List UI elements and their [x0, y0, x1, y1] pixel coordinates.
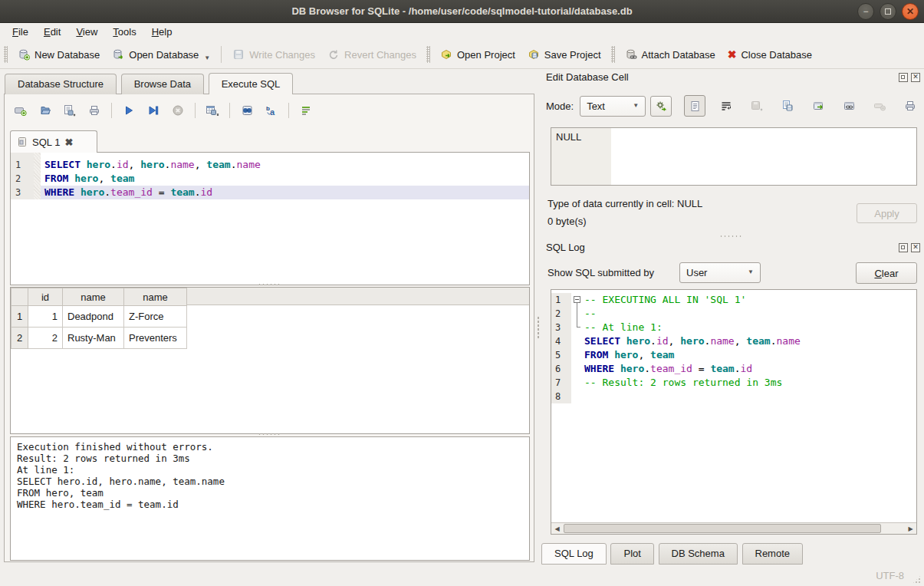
word-wrap-icon [720, 100, 732, 112]
sql-file-tab[interactable]: SQL 1 ✖ [10, 130, 97, 153]
save-project-button[interactable]: Save Project [521, 45, 607, 64]
corner-header[interactable] [12, 288, 28, 306]
column-header-name[interactable]: name [63, 288, 124, 306]
sql-editor[interactable]: 1 SELECT hero.id, hero.name, team.name 2… [10, 152, 530, 285]
horizontal-scrollbar[interactable]: ◀ ▶ [551, 522, 916, 534]
row-header[interactable]: 2 [12, 328, 28, 349]
dock-splitter-handle[interactable] [719, 235, 742, 238]
save-results-icon [205, 104, 220, 117]
tab-database-structure[interactable]: Database Structure [5, 74, 117, 94]
tab-sql-log[interactable]: SQL Log [541, 543, 607, 565]
replace-button[interactable]: ba [261, 100, 281, 120]
tab-remote[interactable]: Remote [742, 543, 804, 565]
log-line: 4 SELECT hero.id, hero.name, team.name [551, 334, 916, 348]
menu-help[interactable]: Help [144, 24, 180, 40]
import-cell-data-button [747, 96, 767, 116]
find-icon [241, 104, 254, 117]
window-controls: − ✕ [857, 3, 919, 20]
menu-file[interactable]: File [5, 24, 36, 40]
log-line: 6 WHERE hero.team_id = team.id [551, 362, 916, 376]
sql-log-title: SQL Log [546, 242, 585, 253]
sql-log-dock-header: SQL Log ✕ [546, 242, 920, 253]
word-wrap-cell-button[interactable] [716, 96, 736, 116]
output-line: At line 1: [17, 464, 523, 476]
print-icon [88, 104, 100, 117]
menu-tools[interactable]: Tools [105, 24, 143, 40]
open-file-icon [39, 104, 51, 117]
results-grid: id name name 1 1 Deadpond Z-Force 2 2 Ru… [10, 287, 530, 434]
cell-team-name[interactable]: Preventers [124, 328, 187, 349]
revert-changes-icon [327, 48, 340, 61]
print-button[interactable] [84, 100, 104, 120]
output-line: Result: 2 rows returned in 3ms [17, 453, 523, 464]
tab-db-schema[interactable]: DB Schema [659, 543, 738, 565]
fold-collapse-icon[interactable] [574, 296, 580, 303]
cell-hero-name[interactable]: Deadpond [63, 306, 124, 328]
open-project-button[interactable]: Open Project [434, 45, 521, 64]
log-line: 3 -- At line 1: [551, 321, 916, 334]
mode-select[interactable]: Text ▼ [580, 96, 646, 117]
write-changes-icon [232, 48, 245, 61]
row-header[interactable]: 1 [12, 306, 28, 328]
save-sql-file-button[interactable] [60, 100, 80, 120]
panel-splitter-handle[interactable] [537, 316, 540, 339]
scroll-right-icon[interactable]: ▶ [905, 523, 916, 534]
print-cell-button[interactable] [900, 96, 920, 116]
write-changes-button: Write Changes [226, 45, 321, 64]
export-cell-data-button[interactable] [778, 96, 797, 116]
text-mode-button[interactable] [684, 95, 705, 117]
close-database-button[interactable]: ✖ Close Database [722, 45, 818, 64]
table-row: 1 1 Deadpond Z-Force [12, 306, 187, 328]
close-dock-icon[interactable]: ✕ [911, 73, 920, 82]
cell-id[interactable]: 1 [28, 306, 63, 328]
results-header-row: id name name [12, 288, 187, 306]
execute-all-button[interactable] [119, 100, 139, 120]
set-null-button [870, 96, 889, 116]
sql-log-filter-select[interactable]: User ▼ [679, 262, 761, 283]
cell-value-editor[interactable]: NULL [551, 127, 917, 186]
menu-view[interactable]: View [68, 24, 105, 40]
execute-current-line-button[interactable] [143, 100, 163, 120]
find-button[interactable] [237, 100, 257, 120]
svg-text:a: a [270, 107, 275, 117]
word-wrap-button[interactable] [296, 100, 316, 120]
main-tab-bar: Database Structure Browse Data Execute S… [5, 73, 294, 94]
save-file-icon [62, 104, 77, 117]
copy-link-button[interactable] [839, 96, 859, 116]
attach-database-button[interactable]: Attach Database [619, 45, 722, 64]
float-dock-icon[interactable] [899, 243, 908, 252]
clear-log-button[interactable]: Clear [856, 262, 917, 284]
open-sql-file-button[interactable] [35, 100, 55, 120]
cell-id[interactable]: 2 [28, 328, 63, 349]
menu-bar: File Edit View Tools Help [0, 23, 924, 41]
float-dock-icon[interactable] [899, 73, 908, 82]
close-dock-icon[interactable]: ✕ [911, 243, 920, 252]
open-in-external-button[interactable] [808, 96, 828, 116]
cell-team-name[interactable]: Z-Force [124, 306, 187, 328]
new-sql-tab-button[interactable] [11, 100, 31, 120]
splitter-handle[interactable] [258, 433, 281, 436]
minimize-icon[interactable]: − [857, 3, 874, 20]
close-sql-tab-icon[interactable]: ✖ [64, 137, 73, 148]
splitter-handle[interactable] [258, 283, 281, 286]
maximize-icon[interactable] [880, 3, 896, 20]
resize-grip[interactable] [912, 574, 922, 584]
tab-plot[interactable]: Plot [610, 543, 653, 565]
execution-output[interactable]: Execution finished without errors. Resul… [10, 436, 530, 561]
scroll-left-icon[interactable]: ◀ [551, 523, 563, 534]
save-results-button[interactable] [202, 100, 222, 120]
sql-log-view[interactable]: 1 -- EXECUTING ALL IN 'SQL 1' 2 -- 3 -- … [551, 289, 917, 535]
tab-browse-data[interactable]: Browse Data [121, 74, 204, 94]
column-header-id[interactable]: id [28, 288, 63, 306]
auto-switch-mode-button[interactable] [650, 96, 672, 117]
menu-edit[interactable]: Edit [36, 24, 68, 40]
new-database-button[interactable]: New Database [12, 45, 106, 64]
close-icon[interactable]: ✕ [902, 3, 919, 20]
table-row: 2 2 Rusty-Man Preventers [12, 328, 187, 349]
tab-execute-sql[interactable]: Execute SQL [209, 73, 294, 94]
open-database-dropdown-icon[interactable]: ▼ [204, 54, 210, 61]
cell-hero-name[interactable]: Rusty-Man [63, 328, 124, 349]
scrollbar-thumb[interactable] [564, 524, 881, 533]
open-database-button[interactable]: Open Database ▼ [106, 45, 216, 64]
column-header-name[interactable]: name [124, 288, 187, 306]
